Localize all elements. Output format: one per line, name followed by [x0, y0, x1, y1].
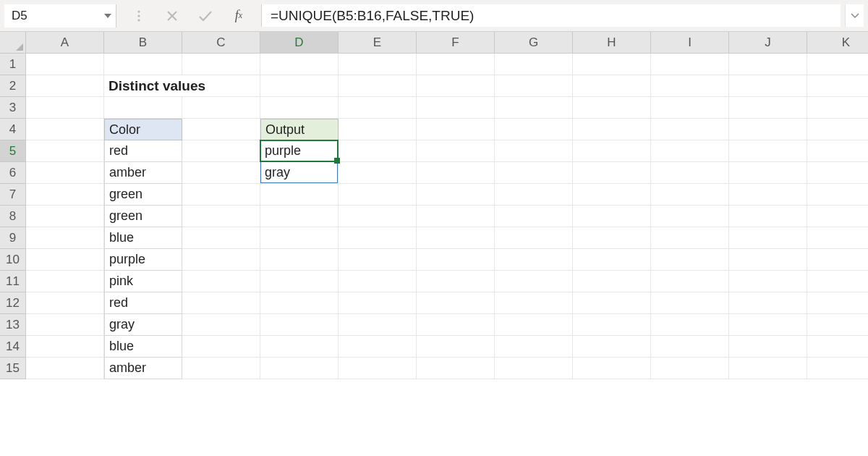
cell[interactable]	[573, 54, 651, 75]
cell[interactable]	[417, 249, 495, 271]
row-header[interactable]: 15	[0, 358, 26, 379]
cell[interactable]	[26, 75, 104, 97]
cell[interactable]	[417, 119, 495, 140]
cell[interactable]	[495, 206, 573, 227]
cell[interactable]	[417, 336, 495, 358]
cell[interactable]	[729, 358, 807, 379]
name-box-dropdown[interactable]	[100, 4, 116, 28]
cell[interactable]	[260, 227, 339, 249]
column-header[interactable]: B	[104, 32, 182, 54]
insert-function-icon[interactable]: fx	[229, 7, 248, 25]
cell[interactable]	[495, 75, 573, 97]
row-header[interactable]: 14	[0, 336, 26, 358]
output-cell[interactable]: purple	[260, 140, 339, 162]
cell[interactable]	[807, 54, 868, 75]
column-header[interactable]: F	[417, 32, 495, 54]
cell[interactable]	[417, 140, 495, 162]
cell[interactable]	[417, 314, 495, 336]
cell[interactable]	[182, 314, 260, 336]
cell[interactable]	[651, 54, 729, 75]
cell[interactable]	[26, 271, 104, 292]
cell[interactable]	[651, 206, 729, 227]
cell[interactable]	[339, 206, 417, 227]
cell[interactable]	[807, 162, 868, 184]
cell[interactable]	[729, 227, 807, 249]
table-header-color[interactable]: Color	[104, 119, 182, 140]
cell[interactable]	[573, 358, 651, 379]
cell[interactable]	[651, 184, 729, 206]
cell[interactable]	[495, 314, 573, 336]
cell[interactable]	[651, 271, 729, 292]
cell[interactable]	[495, 140, 573, 162]
cell[interactable]	[807, 227, 868, 249]
cell[interactable]	[573, 162, 651, 184]
cell[interactable]	[729, 162, 807, 184]
cell[interactable]	[651, 119, 729, 140]
name-box[interactable]	[4, 4, 100, 28]
cancel-icon[interactable]	[163, 7, 182, 25]
row-header[interactable]: 7	[0, 184, 26, 206]
cell[interactable]	[729, 314, 807, 336]
cell[interactable]	[495, 271, 573, 292]
cell[interactable]	[729, 292, 807, 314]
cell[interactable]	[182, 140, 260, 162]
cell[interactable]	[260, 271, 339, 292]
cell[interactable]	[339, 227, 417, 249]
cell[interactable]	[182, 54, 260, 75]
cell[interactable]	[339, 271, 417, 292]
column-header[interactable]: C	[182, 32, 260, 54]
column-header[interactable]: G	[495, 32, 573, 54]
row-header[interactable]: 2	[0, 75, 26, 97]
cell[interactable]	[417, 271, 495, 292]
cell[interactable]	[651, 336, 729, 358]
cell[interactable]	[26, 206, 104, 227]
cell[interactable]	[573, 292, 651, 314]
cell[interactable]	[417, 97, 495, 119]
cell[interactable]	[339, 249, 417, 271]
cell[interactable]	[339, 140, 417, 162]
cell[interactable]	[495, 292, 573, 314]
row-header[interactable]: 12	[0, 292, 26, 314]
row-header[interactable]: 11	[0, 271, 26, 292]
cell[interactable]	[573, 140, 651, 162]
cell[interactable]	[104, 54, 182, 75]
cell[interactable]	[807, 119, 868, 140]
color-cell[interactable]: red	[104, 140, 182, 162]
cell[interactable]	[26, 227, 104, 249]
cell[interactable]	[182, 292, 260, 314]
cell[interactable]	[495, 162, 573, 184]
cell[interactable]	[729, 140, 807, 162]
cell[interactable]	[417, 358, 495, 379]
cell[interactable]	[417, 162, 495, 184]
cell[interactable]	[651, 314, 729, 336]
cell[interactable]	[417, 184, 495, 206]
column-header[interactable]: D	[260, 32, 339, 54]
color-cell[interactable]: purple	[104, 249, 182, 271]
cell[interactable]	[807, 314, 868, 336]
cell[interactable]	[26, 119, 104, 140]
cell[interactable]	[182, 206, 260, 227]
row-header[interactable]: 5	[0, 140, 26, 162]
cell[interactable]	[339, 314, 417, 336]
cell[interactable]	[182, 358, 260, 379]
cell[interactable]	[729, 271, 807, 292]
cell[interactable]	[495, 119, 573, 140]
cell[interactable]	[26, 162, 104, 184]
enter-icon[interactable]	[196, 7, 215, 25]
formula-input[interactable]: =UNIQUE(B5:B16,FALSE,TRUE)	[261, 4, 841, 27]
cell[interactable]	[339, 97, 417, 119]
cell[interactable]	[807, 97, 868, 119]
cell[interactable]	[417, 292, 495, 314]
cell[interactable]	[807, 140, 868, 162]
cell[interactable]	[573, 75, 651, 97]
cell[interactable]	[260, 292, 339, 314]
cell[interactable]	[495, 54, 573, 75]
cell[interactable]	[573, 314, 651, 336]
cell[interactable]	[26, 314, 104, 336]
cell[interactable]	[495, 249, 573, 271]
row-header[interactable]: 6	[0, 162, 26, 184]
cell[interactable]	[339, 184, 417, 206]
cell[interactable]	[807, 271, 868, 292]
row-header[interactable]: 9	[0, 227, 26, 249]
cell[interactable]	[573, 206, 651, 227]
